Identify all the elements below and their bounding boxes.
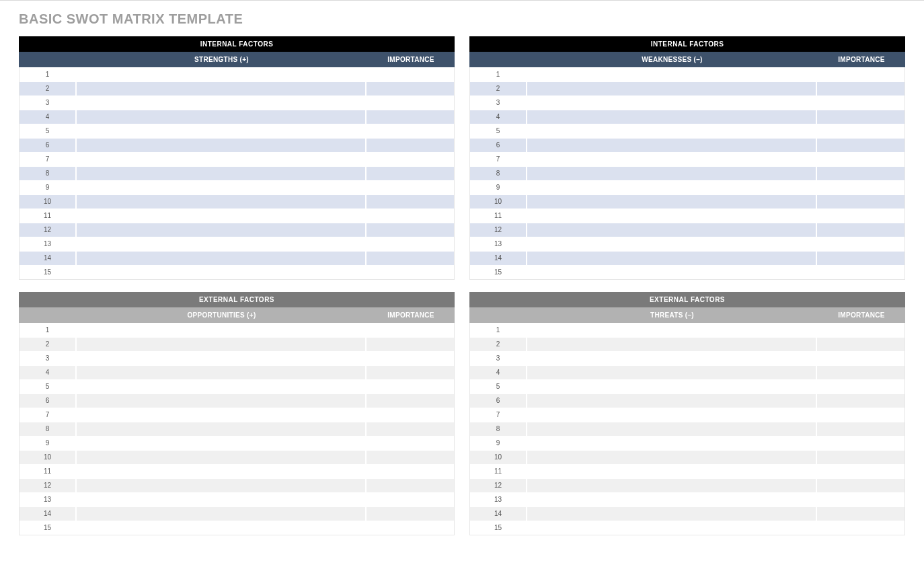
row-text-cell[interactable] <box>77 380 367 393</box>
row-importance-cell[interactable] <box>367 237 454 251</box>
row-text-cell[interactable] <box>527 493 817 506</box>
row-text-cell[interactable] <box>527 437 817 450</box>
row-importance-cell[interactable] <box>367 380 454 393</box>
row-text-cell[interactable] <box>527 153 817 166</box>
row-importance-cell[interactable] <box>367 465 454 478</box>
row-text-cell[interactable] <box>77 479 367 492</box>
row-text-cell[interactable] <box>527 352 817 365</box>
row-text-cell[interactable] <box>77 96 367 110</box>
row-text-cell[interactable] <box>77 181 367 194</box>
row-text-cell[interactable] <box>527 266 817 279</box>
row-importance-cell[interactable] <box>817 422 904 436</box>
row-text-cell[interactable] <box>527 124 817 138</box>
row-text-cell[interactable] <box>527 521 817 535</box>
row-text-cell[interactable] <box>77 366 367 379</box>
row-importance-cell[interactable] <box>367 96 454 110</box>
row-importance-cell[interactable] <box>817 68 904 81</box>
row-importance-cell[interactable] <box>817 437 904 450</box>
row-text-cell[interactable] <box>527 422 817 436</box>
row-text-cell[interactable] <box>527 223 817 237</box>
row-importance-cell[interactable] <box>817 465 904 478</box>
row-importance-cell[interactable] <box>367 266 454 279</box>
row-importance-cell[interactable] <box>817 366 904 379</box>
row-text-cell[interactable] <box>77 394 367 408</box>
row-text-cell[interactable] <box>77 153 367 166</box>
row-importance-cell[interactable] <box>367 195 454 209</box>
row-text-cell[interactable] <box>77 237 367 251</box>
row-text-cell[interactable] <box>527 465 817 478</box>
row-text-cell[interactable] <box>77 124 367 138</box>
row-text-cell[interactable] <box>77 110 367 124</box>
row-text-cell[interactable] <box>527 380 817 393</box>
row-importance-cell[interactable] <box>367 451 454 464</box>
row-text-cell[interactable] <box>77 437 367 450</box>
row-importance-cell[interactable] <box>367 181 454 194</box>
row-text-cell[interactable] <box>77 493 367 506</box>
row-text-cell[interactable] <box>77 68 367 81</box>
row-importance-cell[interactable] <box>817 209 904 223</box>
row-text-cell[interactable] <box>527 195 817 209</box>
row-importance-cell[interactable] <box>817 380 904 393</box>
row-text-cell[interactable] <box>77 338 367 351</box>
row-importance-cell[interactable] <box>367 479 454 492</box>
row-importance-cell[interactable] <box>817 338 904 351</box>
row-text-cell[interactable] <box>527 139 817 152</box>
row-importance-cell[interactable] <box>367 252 454 265</box>
row-importance-cell[interactable] <box>817 266 904 279</box>
row-text-cell[interactable] <box>77 324 367 337</box>
row-text-cell[interactable] <box>527 237 817 251</box>
row-importance-cell[interactable] <box>367 521 454 535</box>
row-importance-cell[interactable] <box>367 493 454 506</box>
row-importance-cell[interactable] <box>367 422 454 436</box>
row-importance-cell[interactable] <box>367 82 454 96</box>
row-importance-cell[interactable] <box>367 366 454 379</box>
row-text-cell[interactable] <box>527 96 817 110</box>
row-text-cell[interactable] <box>527 408 817 422</box>
row-importance-cell[interactable] <box>817 324 904 337</box>
row-text-cell[interactable] <box>527 366 817 379</box>
row-text-cell[interactable] <box>77 422 367 436</box>
row-importance-cell[interactable] <box>367 110 454 124</box>
row-text-cell[interactable] <box>77 352 367 365</box>
row-importance-cell[interactable] <box>367 223 454 237</box>
row-importance-cell[interactable] <box>817 394 904 408</box>
row-importance-cell[interactable] <box>817 521 904 535</box>
row-importance-cell[interactable] <box>817 493 904 506</box>
row-importance-cell[interactable] <box>367 394 454 408</box>
row-importance-cell[interactable] <box>817 167 904 180</box>
row-importance-cell[interactable] <box>817 352 904 365</box>
row-importance-cell[interactable] <box>367 139 454 152</box>
row-importance-cell[interactable] <box>817 195 904 209</box>
row-text-cell[interactable] <box>527 68 817 81</box>
row-importance-cell[interactable] <box>817 451 904 464</box>
row-importance-cell[interactable] <box>817 252 904 265</box>
row-text-cell[interactable] <box>527 82 817 96</box>
row-text-cell[interactable] <box>77 223 367 237</box>
row-text-cell[interactable] <box>77 465 367 478</box>
row-importance-cell[interactable] <box>367 324 454 337</box>
row-importance-cell[interactable] <box>817 479 904 492</box>
row-importance-cell[interactable] <box>367 338 454 351</box>
row-text-cell[interactable] <box>527 338 817 351</box>
row-text-cell[interactable] <box>77 167 367 180</box>
row-text-cell[interactable] <box>77 139 367 152</box>
row-text-cell[interactable] <box>77 252 367 265</box>
row-importance-cell[interactable] <box>817 82 904 96</box>
row-importance-cell[interactable] <box>817 181 904 194</box>
row-text-cell[interactable] <box>77 266 367 279</box>
row-importance-cell[interactable] <box>817 408 904 422</box>
row-importance-cell[interactable] <box>367 209 454 223</box>
row-text-cell[interactable] <box>77 408 367 422</box>
row-importance-cell[interactable] <box>817 139 904 152</box>
row-text-cell[interactable] <box>77 195 367 209</box>
row-importance-cell[interactable] <box>817 124 904 138</box>
row-text-cell[interactable] <box>527 167 817 180</box>
row-importance-cell[interactable] <box>817 96 904 110</box>
row-importance-cell[interactable] <box>367 507 454 521</box>
row-text-cell[interactable] <box>527 209 817 223</box>
row-text-cell[interactable] <box>527 110 817 124</box>
row-importance-cell[interactable] <box>367 408 454 422</box>
row-importance-cell[interactable] <box>367 153 454 166</box>
row-importance-cell[interactable] <box>817 237 904 251</box>
row-text-cell[interactable] <box>527 394 817 408</box>
